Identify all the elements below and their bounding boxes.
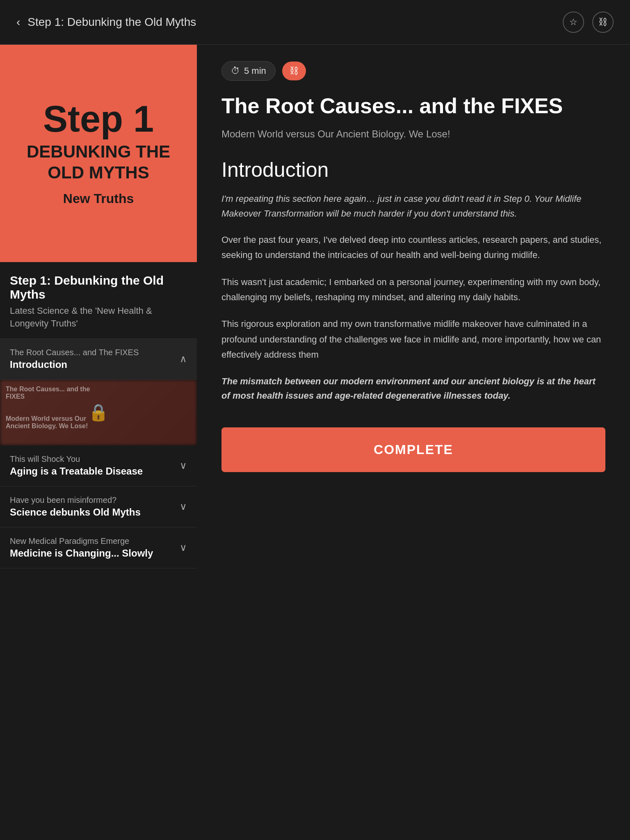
italic-note: I'm repeating this section here again… j… [221, 192, 605, 220]
chevron-down-icon-5: ∨ [180, 542, 187, 553]
course-description: Latest Science & the 'New Health & Longe… [10, 305, 187, 330]
back-icon[interactable]: ‹ [16, 16, 20, 29]
lesson-5-title: Medicine is Changing... Slowly [10, 548, 153, 559]
lesson-item-1[interactable]: The Root Causes... and The FIXES Introdu… [0, 339, 197, 380]
header-icons: ☆ ⛓ [563, 11, 614, 33]
lesson-item-4[interactable]: Have you been misinformed? Science debun… [0, 486, 197, 527]
lesson-4-title: Science debunks Old Myths [10, 507, 141, 518]
lesson-item-3[interactable]: This will Shock You Aging is a Treatable… [0, 445, 197, 486]
course-info: Step 1: Debunking the Old Myths Latest S… [0, 262, 197, 339]
lesson-5-text: New Medical Paradigms Emerge Medicine is… [10, 536, 153, 559]
lesson-1-text: The Root Causes... and The FIXES Introdu… [10, 348, 139, 370]
hero-step-label: Step 1 [43, 100, 154, 137]
paragraph-3: This rigorous exploration and my own tra… [221, 316, 605, 362]
lesson-5-meta: New Medical Paradigms Emerge [10, 536, 153, 546]
lesson-4-text: Have you been misinformed? Science debun… [10, 495, 141, 518]
sidebar: Step 1 DEBUNKING THE OLD MYTHS New Truth… [0, 45, 197, 840]
lesson-3-meta: This will Shock You [10, 454, 143, 464]
chevron-down-icon-4: ∨ [180, 501, 187, 512]
hero-new-truths: New Truths [63, 191, 134, 206]
paragraph-1: Over the past four years, I've delved de… [221, 232, 605, 263]
content-area: ⏱ 5 min ⛓ The Root Causes... and the FIX… [197, 45, 630, 840]
time-label: 5 min [244, 66, 266, 76]
complete-button[interactable]: COMPLETE [221, 427, 605, 472]
lesson-item-5[interactable]: New Medical Paradigms Emerge Medicine is… [0, 527, 197, 568]
link-icon: ⛓ [290, 66, 299, 76]
lesson-1-title: Introduction [10, 359, 139, 370]
hero-subtitle: DEBUNKING THE OLD MYTHS [16, 142, 180, 183]
lesson-4-meta: Have you been misinformed? [10, 495, 141, 505]
time-badge: ⏱ 5 min [221, 61, 276, 81]
section-heading: Introduction [221, 158, 605, 182]
lesson-3-title: Aging is a Treatable Disease [10, 466, 143, 477]
header-left: ‹ Step 1: Debunking the Old Myths [16, 16, 196, 29]
chevron-down-icon-3: ∨ [180, 460, 187, 471]
header-title: Step 1: Debunking the Old Myths [27, 16, 196, 29]
link-badge[interactable]: ⛓ [282, 62, 306, 80]
content-tagline: Modern World versus Our Ancient Biology.… [221, 127, 605, 142]
lesson-3-header: This will Shock You Aging is a Treatable… [10, 454, 187, 477]
header: ‹ Step 1: Debunking the Old Myths ☆ ⛓ [0, 0, 630, 45]
chevron-up-icon: ∧ [180, 353, 187, 365]
main-layout: Step 1 DEBUNKING THE OLD MYTHS New Truth… [0, 45, 630, 840]
lesson-item-2-thumbnail[interactable]: The Root Causes... and theFIXESModern Wo… [0, 380, 197, 445]
clock-icon: ⏱ [231, 66, 240, 76]
bookmark-icon: ☆ [569, 17, 578, 27]
lock-icon: 🔒 [88, 403, 109, 422]
italic-bold-paragraph: The mismatch between our modern environm… [221, 374, 605, 403]
share-button[interactable]: ⛓ [592, 11, 614, 33]
bookmark-button[interactable]: ☆ [563, 11, 584, 33]
thumbnail-text: The Root Causes... and theFIXESModern Wo… [6, 386, 90, 430]
lesson-4-header: Have you been misinformed? Science debun… [10, 495, 187, 518]
content-main-title: The Root Causes... and the FIXES [221, 93, 605, 119]
course-title: Step 1: Debunking the Old Myths [10, 274, 187, 301]
paragraph-2: This wasn't just academic; I embarked on… [221, 274, 605, 305]
lesson-1-header: The Root Causes... and The FIXES Introdu… [10, 348, 187, 370]
lesson-3-text: This will Shock You Aging is a Treatable… [10, 454, 143, 477]
time-bar: ⏱ 5 min ⛓ [221, 61, 605, 81]
lesson-5-header: New Medical Paradigms Emerge Medicine is… [10, 536, 187, 559]
hero-image: Step 1 DEBUNKING THE OLD MYTHS New Truth… [0, 45, 197, 262]
lesson-1-meta: The Root Causes... and The FIXES [10, 348, 139, 357]
share-icon: ⛓ [598, 17, 607, 27]
